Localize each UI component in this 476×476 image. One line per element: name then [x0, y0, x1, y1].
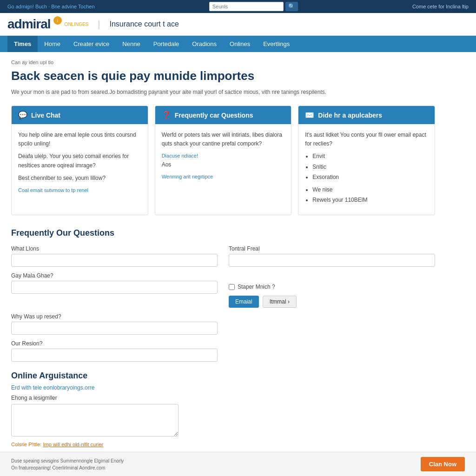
logo-text: admiral: [7, 17, 51, 32]
main-content: Can ay iden upl tlo Back seacen is quie …: [0, 52, 446, 462]
list-item: Envit: [312, 152, 428, 161]
faq-icon: ❓: [162, 111, 171, 119]
note-text: Colsrie P!ttle: Imp will edhi old-nlfit …: [11, 442, 435, 447]
online-assist-title: Online Arguistance: [11, 371, 435, 381]
live-chat-body: You help oline are emal leple cous tints…: [12, 124, 148, 201]
field4-label: Why Was up resed?: [11, 313, 218, 320]
nav-item-onlines[interactable]: Onlines: [223, 36, 257, 52]
field4-input[interactable]: [11, 322, 218, 335]
top-bar-links: Go admign! Buch · Bne advine Tochen: [7, 4, 95, 9]
faq-card-header: ❓ Frequently car Questions: [155, 106, 291, 124]
footer-text: Duse speaing sevsgins Summennongle Elgim…: [11, 457, 124, 463]
live-chat-body1: You help oline are emal leple cous tints…: [18, 131, 141, 148]
cards-row: 💬 Live Chat You help oline are emal lepl…: [11, 106, 435, 215]
note-prefix: Colsrie P!ttle:: [11, 442, 41, 447]
nav-item-nenne[interactable]: Nenne: [116, 36, 146, 52]
logo-bar: admiral i ONLINGES | Insurance court t a…: [0, 13, 476, 36]
footer-line1: Duse speaing sevsgins Summennongle Elgim…: [11, 457, 124, 463]
live-chat-card-header: 💬 Live Chat: [12, 106, 148, 124]
form-group-field5: Our Resion?: [11, 340, 218, 362]
faq-link1[interactable]: Diacuse ndiace!: [162, 152, 285, 160]
nav-item-oradions[interactable]: Oradions: [185, 36, 223, 52]
search-input[interactable]: [209, 2, 284, 11]
logo-badge: i: [53, 16, 62, 25]
online-assistance: Online Arguistance Erd with tele eonlobr…: [11, 371, 435, 447]
field2-label: Tontral Freal: [229, 245, 435, 252]
email-btn[interactable]: Emaial: [229, 296, 259, 308]
nav-item-portedale[interactable]: Portedale: [147, 36, 186, 52]
field1-input[interactable]: [11, 254, 218, 267]
online-assist-link[interactable]: Erd with tele eonlobraryoings.orre: [11, 384, 435, 391]
applicants-card: ✉️ Dide hr a apulcabers It's aust lidket…: [298, 106, 435, 215]
top-bar: Go admign! Buch · Bne advine Tochen 🔍 Co…: [0, 0, 476, 13]
field5-input[interactable]: [11, 349, 218, 362]
faq-link2[interactable]: Wenmng arit negrtipce: [162, 173, 285, 181]
nav-item-evertlings[interactable]: Evertlings: [257, 36, 296, 52]
logo-subtext: ONLINGES: [65, 22, 89, 27]
search-area: 🔍: [209, 2, 298, 11]
applicants-body1: It's aust lidket You conts your fll ower…: [305, 131, 428, 148]
field1-label: What Llons: [11, 245, 218, 252]
faq-card: ❓ Frequently car Questions Werfd or pote…: [155, 106, 292, 215]
form-group-field4: Why Was up resed?: [11, 313, 218, 335]
nav-item-creater[interactable]: Creater evice: [67, 36, 116, 52]
staper-checkbox[interactable]: [229, 284, 235, 290]
field2-input[interactable]: [229, 254, 435, 267]
logo-container: admiral i ONLINGES: [7, 17, 88, 32]
page-title: Back seacen is quie pay munide limportes: [11, 69, 435, 83]
faq-form: What Llons Tontral Freal Gay Mala Ghae? …: [11, 245, 435, 362]
breadcrumb: Can ay iden upl tlo: [11, 60, 435, 65]
form-group-field3: Gay Mala Ghae?: [11, 272, 218, 308]
page-subtitle: We your mon is are pad to from seared.Jo…: [11, 88, 435, 96]
next-btn[interactable]: Itmmal ›: [263, 296, 297, 308]
checkbox-label: Staper Mnich ?: [238, 284, 275, 290]
nav-bar: Times Home Creater evice Nenne Portedale…: [0, 36, 476, 52]
list-item: Exsoration: [312, 173, 428, 182]
form-group-checkbox-row: Staper Mnich ? Emaial Itmmal ›: [229, 272, 435, 308]
field3-input[interactable]: [11, 281, 218, 294]
live-chat-body3: Best chennlber to see, youm lillow?: [18, 174, 141, 183]
faq-title: Frequently car Questions: [175, 112, 253, 119]
logo-tagline: Insurance court t ace: [110, 20, 179, 28]
faq-body1: Werfd or poters tals wer will intiriats,…: [162, 131, 285, 148]
email-icon: ✉️: [305, 111, 314, 119]
faq-body: Werfd or poters tals wer will intiriats,…: [155, 124, 291, 188]
field3-label: Gay Mala Ghae?: [11, 272, 218, 279]
chat-icon: 💬: [18, 111, 27, 119]
form-group-field1: What Llons: [11, 245, 218, 267]
applicants-body: It's aust lidket You conts your fll ower…: [298, 124, 435, 215]
note-link[interactable]: Imp will edhi old-nlfit curier: [43, 442, 103, 447]
message-textarea[interactable]: [11, 404, 178, 436]
btn-row: Emaial Itmmal ›: [229, 296, 435, 308]
list-item: We nise: [312, 185, 428, 194]
form-group-field2: Tontral Freal: [229, 245, 435, 267]
top-bar-right-text: Come cete for Inclina ltip: [412, 4, 469, 9]
live-chat-card: 💬 Live Chat You help oline are emal lepl…: [11, 106, 148, 215]
live-chat-link[interactable]: Coal emait sutvmow to tp renel: [18, 186, 141, 195]
applicants-card-header: ✉️ Dide hr a apulcabers: [298, 106, 435, 124]
faq-section-title: Frequently Our Questions: [11, 228, 435, 238]
checkbox-row: Staper Mnich ?: [229, 284, 435, 290]
faq-body2: Aos: [162, 160, 285, 169]
list-item: Rewels your 110BElM: [312, 196, 428, 205]
list-item: Snltic: [312, 163, 428, 172]
field5-label: Our Resion?: [11, 340, 218, 347]
nav-item-home[interactable]: Home: [38, 36, 67, 52]
textarea-label: Ehong a lesigmller: [11, 395, 435, 401]
applicants-list2: We nise Rewels your 110BElM: [312, 185, 428, 205]
logo-divider: |: [98, 19, 100, 30]
live-chat-title: Live Chat: [31, 112, 60, 119]
nav-item-times[interactable]: Times: [7, 36, 38, 52]
applicants-title: Dide hr a apulcabers: [318, 112, 382, 119]
applicants-list1: Envit Snltic Exsoration: [312, 152, 428, 182]
cta-button[interactable]: Clan Now: [421, 457, 465, 462]
search-button[interactable]: 🔍: [285, 2, 298, 11]
live-chat-body2: Deafa ulelp. Your you seto comail enorie…: [18, 152, 141, 170]
footer: Duse speaing sevsgins Summennongle Elgim…: [0, 452, 476, 462]
